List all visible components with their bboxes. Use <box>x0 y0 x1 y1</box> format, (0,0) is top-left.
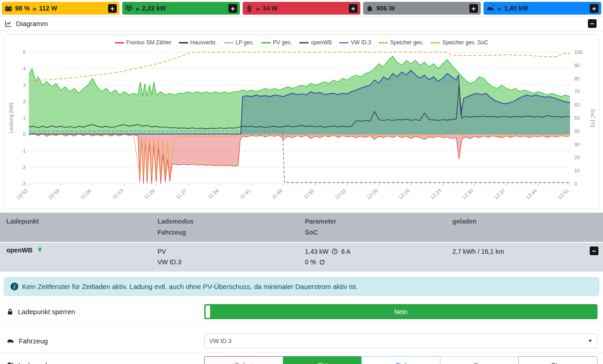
legend-swatch <box>261 42 271 43</box>
legend-item[interactable]: Fronius SM Zähler <box>115 39 172 46</box>
vehicle-select[interactable]: VW ID.3 <box>204 333 598 348</box>
chargemode-pv-button[interactable]: PV <box>283 356 362 364</box>
lock-toggle-handle[interactable] <box>206 305 210 318</box>
chargemode-sofort-button[interactable]: Sofort <box>204 356 283 364</box>
svg-text:40: 40 <box>574 128 580 134</box>
pv-expand-button[interactable]: + <box>228 4 237 13</box>
row-vehicle: VW ID.3 <box>158 257 305 268</box>
house-expand-button[interactable]: + <box>469 4 478 13</box>
battery-power: 112 W <box>39 5 57 12</box>
diagram-collapse-button[interactable]: − <box>588 19 597 28</box>
lock-row: Ladepunkt sperren Nein <box>0 300 603 323</box>
row-collapse-button[interactable]: − <box>590 246 598 255</box>
house-power: 906 W <box>376 5 395 12</box>
grid-power: 34 W <box>262 5 277 12</box>
svg-text:12:02: 12:02 <box>334 188 347 200</box>
svg-text:11:48: 11:48 <box>271 188 283 200</box>
chargemode-label: Lademodus <box>18 361 54 364</box>
svg-text:0: 0 <box>574 181 577 187</box>
legend-item[interactable]: VW ID.3 <box>339 39 371 46</box>
row-charged: 2,7 kWh / 16,1 km <box>452 246 585 257</box>
legend-swatch <box>299 42 309 43</box>
svg-text:11:41: 11:41 <box>239 188 251 200</box>
row-mode: PV <box>158 246 305 257</box>
clock-icon <box>331 248 338 255</box>
legend-item[interactable]: openWB <box>299 39 332 46</box>
flow-right-icon: » <box>256 5 260 12</box>
svg-text:80: 80 <box>574 76 580 81</box>
diagram-header: Diagramm − <box>0 16 603 31</box>
status-house[interactable]: 906 W + <box>363 2 481 15</box>
battery-expand-button[interactable]: + <box>108 4 117 13</box>
chargepoint-table: Ladepunkt Lademodus Fahrzeug Parameter S… <box>0 213 603 272</box>
legend-swatch <box>224 42 234 43</box>
legend-label: Speicher ges. SoC <box>442 39 488 46</box>
chart-card: Fronius SM ZählerHausverbr.LP ges.PV ges… <box>4 34 599 209</box>
row-current: 6 A <box>341 248 350 255</box>
header-lademodus: Lademodus <box>158 216 305 227</box>
svg-text:-1: -1 <box>21 148 26 154</box>
info-icon: i <box>11 283 18 290</box>
legend-item[interactable]: Hausverbr. <box>179 39 217 46</box>
chargepoint-name: openWB <box>6 246 33 254</box>
svg-text:SoC [%]: SoC [%] <box>590 109 596 127</box>
svg-text:11:13: 11:13 <box>111 188 124 200</box>
info-alert-text: Kein Zeitfenster für Zeitladen aktiv. La… <box>22 283 358 290</box>
lock-toggle[interactable]: Nein <box>204 304 598 319</box>
legend-item[interactable]: Speicher ges. <box>379 39 424 46</box>
status-chargepoint[interactable]: « 1,40 kW + <box>483 2 601 15</box>
grid-expand-button[interactable]: + <box>349 4 358 13</box>
svg-text:0: 0 <box>23 132 26 137</box>
svg-text:12:37: 12:37 <box>493 188 506 200</box>
header-soc: SoC <box>305 227 452 238</box>
status-grid[interactable]: » 34 W + <box>243 2 360 15</box>
legend-label: Speicher ges. <box>390 39 424 46</box>
flow-left-icon: « <box>498 5 501 12</box>
status-pv[interactable]: » 2,22 kW + <box>122 2 240 15</box>
lock-toggle-value: Nein <box>394 308 407 316</box>
vehicle-label: Fahrzeug <box>19 337 48 345</box>
svg-text:12:16: 12:16 <box>397 188 411 200</box>
chargemode-stop-button[interactable]: Stop <box>518 356 598 364</box>
diagram-title: Diagramm <box>16 20 48 27</box>
pv-power: 2,22 kW <box>142 5 166 12</box>
svg-text:10:59: 10:59 <box>47 188 60 200</box>
chart-icon <box>5 20 12 27</box>
header-parameter: Parameter <box>305 216 452 227</box>
legend-label: VW ID.3 <box>351 39 371 46</box>
pylon-icon <box>245 5 253 12</box>
legend-item[interactable]: Speicher ges. SoC <box>431 39 488 46</box>
chargemode-eco-button[interactable]: Eco <box>440 356 519 364</box>
status-bar: 98 % » 112 W + » 2,22 kW + » 34 W + 906 … <box>0 0 603 16</box>
svg-text:12:44: 12:44 <box>525 188 538 200</box>
row-power: 1,43 kW <box>305 248 328 255</box>
table-header-row: Ladepunkt Lademodus Fahrzeug Parameter S… <box>0 213 603 242</box>
chargemode-button-group: Sofort PV Ziel Eco Stop <box>204 356 598 364</box>
svg-text:5: 5 <box>23 49 26 55</box>
refresh-icon[interactable] <box>319 259 325 265</box>
legend-swatch <box>339 42 348 43</box>
svg-text:10:52: 10:52 <box>16 188 29 200</box>
svg-text:12:09: 12:09 <box>366 188 379 200</box>
svg-text:Leistung [kW]: Leistung [kW] <box>8 103 14 134</box>
svg-text:11:34: 11:34 <box>207 188 220 200</box>
svg-text:12:23: 12:23 <box>429 188 443 200</box>
legend-swatch <box>179 42 188 43</box>
svg-text:60: 60 <box>574 102 580 107</box>
chargepoint-expand-button[interactable]: + <box>590 4 598 13</box>
legend-item[interactable]: LP ges. <box>224 39 254 46</box>
legend-swatch <box>115 42 124 43</box>
table-row: openWB PV VW ID.3 1,43 kW 6 A 0 % 2,7 kW… <box>0 243 603 272</box>
info-alert: i Kein Zeitfenster für Zeitladen aktiv. … <box>4 277 599 296</box>
svg-text:11:06: 11:06 <box>80 188 92 200</box>
chargemode-row: Lademodus Sofort PV Ziel Eco Stop <box>0 353 603 364</box>
solar-panel-icon <box>125 5 133 12</box>
chargemode-ziel-button[interactable]: Ziel <box>361 356 440 364</box>
legend-item[interactable]: PV ges. <box>261 39 292 46</box>
status-battery[interactable]: 98 % » 112 W + <box>2 2 120 15</box>
car-icon <box>6 337 15 345</box>
svg-text:20: 20 <box>574 155 580 160</box>
svg-text:12:51: 12:51 <box>557 188 570 200</box>
lock-icon <box>6 308 14 316</box>
house-icon <box>366 5 374 12</box>
